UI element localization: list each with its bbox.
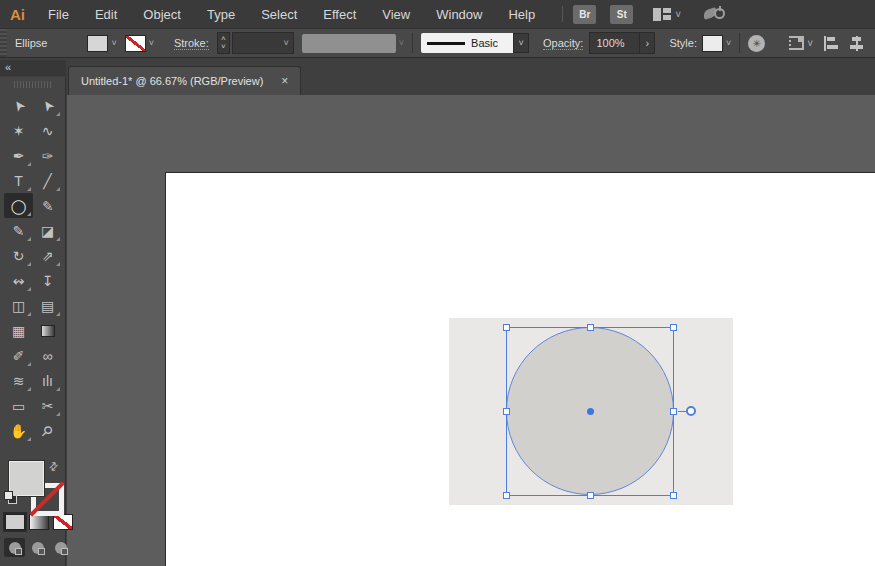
recolor-artwork-icon[interactable]: ✳ <box>748 35 765 52</box>
default-fill-stroke-icon[interactable] <box>4 491 18 505</box>
opacity-field[interactable]: 100% › <box>589 32 655 54</box>
align-horizontal-left-icon[interactable] <box>823 36 839 51</box>
draw-normal-button[interactable] <box>4 538 25 557</box>
selection-handle[interactable] <box>670 408 677 415</box>
stroke-width-chevron-icon[interactable]: ˅ <box>284 38 289 48</box>
stroke-width-stepper[interactable]: ˄ ˅ <box>217 32 230 54</box>
selection-tool[interactable]: ➤ <box>4 93 33 118</box>
zoom-tool[interactable]: ⚲ <box>33 418 62 443</box>
curvature-tool[interactable]: ✑ <box>33 143 62 168</box>
shape-builder-tool-icon: ◫ <box>12 298 25 314</box>
stroke-color-swatch[interactable] <box>125 35 146 52</box>
stock-button[interactable]: St <box>610 5 633 24</box>
menu-item-edit[interactable]: Edit <box>82 7 130 22</box>
rotate-tool[interactable]: ↻ <box>4 243 33 268</box>
column-graph-tool[interactable]: ılı <box>33 368 62 393</box>
scale-tool[interactable]: ⇗ <box>33 243 62 268</box>
selection-handle[interactable] <box>503 408 510 415</box>
stroke-width-dropdown[interactable]: ˅ <box>232 32 294 54</box>
menu-item-effect[interactable]: Effect <box>310 7 369 22</box>
perspective-grid-tool[interactable]: ▤ <box>33 293 62 318</box>
menu-item-view[interactable]: View <box>369 7 423 22</box>
hand-tool[interactable]: ✋ <box>4 418 33 443</box>
style-chevron-icon[interactable]: ˅ <box>726 38 731 48</box>
flyout-corner-icon <box>27 387 31 391</box>
menubar-divider <box>562 6 563 22</box>
selection-handle[interactable] <box>670 324 677 331</box>
color-button[interactable] <box>5 514 25 530</box>
none-button[interactable] <box>53 514 73 530</box>
shape-center-point[interactable] <box>587 408 594 415</box>
blend-tool[interactable]: ∞ <box>33 343 62 368</box>
bridge-button[interactable]: Br <box>573 5 596 24</box>
eyedropper-tool[interactable]: ✐ <box>4 343 33 368</box>
fill-color-swatch[interactable] <box>87 35 108 52</box>
draw-behind-button[interactable] <box>27 538 48 557</box>
paintbrush-tool[interactable]: ✏ <box>33 193 62 218</box>
pie-angle-widget[interactable] <box>686 406 696 416</box>
swap-fill-stroke-icon[interactable]: ⇄ <box>46 459 62 475</box>
direct-selection-tool[interactable]: ➤ <box>33 93 62 118</box>
stroke-panel-link[interactable]: Stroke: <box>174 37 209 50</box>
stroke-preview-line <box>427 42 465 45</box>
tab-close-icon[interactable]: × <box>281 74 288 88</box>
menu-item-file[interactable]: File <box>35 7 82 22</box>
shape-builder-tool[interactable]: ◫ <box>4 293 33 318</box>
slice-tool[interactable]: ✂ <box>33 393 62 418</box>
gpu-performance-icon[interactable] <box>703 5 727 23</box>
brush-definition-dropdown[interactable] <box>302 34 396 53</box>
type-tool[interactable]: T <box>4 168 33 193</box>
stroke-style-dropdown[interactable]: Basic ˅ <box>421 33 529 53</box>
flyout-corner-icon <box>27 312 31 316</box>
selection-handle[interactable] <box>587 324 594 331</box>
gradient-tool[interactable] <box>33 318 62 343</box>
symbol-sprayer-tool[interactable]: ≋ <box>4 368 33 393</box>
menu-item-object[interactable]: Object <box>130 7 194 22</box>
selection-handle[interactable] <box>503 492 510 499</box>
toolbar-collapse-button[interactable]: « <box>0 60 66 76</box>
flyout-corner-icon <box>27 437 31 441</box>
line-segment-tool[interactable]: ╱ <box>33 168 62 193</box>
fill-chevron-icon[interactable]: ˅ <box>111 38 116 48</box>
tools-panel-grip[interactable] <box>14 81 52 88</box>
pen-tool[interactable]: ✒ <box>4 143 33 168</box>
puppet-warp-tool[interactable]: ↧ <box>33 268 62 293</box>
artboard-tool[interactable]: ▭ <box>4 393 33 418</box>
flyout-corner-icon <box>56 187 60 191</box>
draw-inside-button[interactable] <box>50 538 71 557</box>
align-horizontal-center-icon[interactable] <box>849 36 865 51</box>
width-tool[interactable]: ↭ <box>4 268 33 293</box>
document-tab[interactable]: Untitled-1* @ 66.67% (RGB/Preview) × <box>68 66 301 95</box>
mesh-tool[interactable]: ▦ <box>4 318 33 343</box>
document-tab-title: Untitled-1* @ 66.67% (RGB/Preview) <box>81 75 263 87</box>
canvas[interactable] <box>67 95 875 566</box>
color-mode-row <box>5 514 73 530</box>
stroke-style-chevron-icon[interactable]: ˅ <box>513 33 529 53</box>
stepper-down-icon[interactable]: ˅ <box>221 43 226 51</box>
menu-item-help[interactable]: Help <box>495 7 548 22</box>
ellipse-tool[interactable]: ◯ <box>4 193 33 218</box>
graphic-style-swatch[interactable] <box>702 35 723 52</box>
blend-tool-icon: ∞ <box>43 348 53 364</box>
isolate-chevron-icon[interactable]: ˅ <box>807 38 813 49</box>
arrange-documents-chevron-icon[interactable]: ˅ <box>675 9 681 20</box>
menu-item-window[interactable]: Window <box>423 7 495 22</box>
selection-handle[interactable] <box>670 492 677 499</box>
stroke-chevron-icon[interactable]: ˅ <box>149 38 154 48</box>
magic-wand-tool[interactable]: ✶ <box>4 118 33 143</box>
lasso-tool[interactable]: ∿ <box>33 118 62 143</box>
line-segment-tool-icon: ╱ <box>43 173 51 189</box>
shaper-tool[interactable]: ✎ <box>4 218 33 243</box>
menu-item-type[interactable]: Type <box>194 7 248 22</box>
opacity-panel-link[interactable]: Opacity: <box>543 37 583 50</box>
menu-item-select[interactable]: Select <box>248 7 310 22</box>
opacity-arrow-icon[interactable]: › <box>639 33 654 53</box>
selection-handle[interactable] <box>503 324 510 331</box>
magic-wand-tool-icon: ✶ <box>13 123 25 139</box>
eraser-tool[interactable]: ◪ <box>33 218 62 243</box>
brush-chevron-icon: ˅ <box>399 38 404 48</box>
arrange-documents-icon[interactable] <box>653 8 671 21</box>
control-bar-grip[interactable] <box>0 29 7 57</box>
isolate-object-button[interactable]: ˅ <box>789 36 813 50</box>
selection-handle[interactable] <box>587 492 594 499</box>
